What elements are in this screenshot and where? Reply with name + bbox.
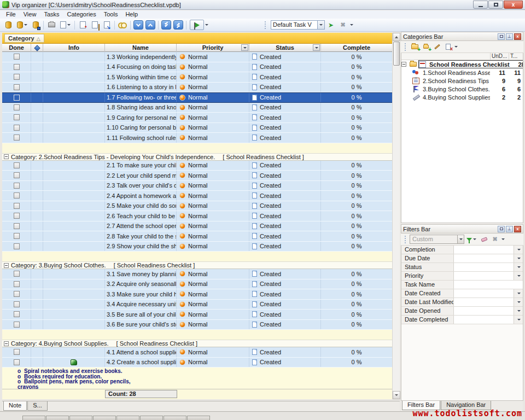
task-name[interactable]: 1.3 Working independently and (105, 52, 177, 62)
task-row[interactable]: 1.5 Working within time constraint.Norma… (2, 72, 392, 83)
filter-preset-combo[interactable]: Custom (410, 235, 464, 244)
task-checkbox[interactable] (14, 349, 20, 355)
column-header-status[interactable]: Status (249, 44, 321, 52)
column-header-priority[interactable]: Priority (177, 44, 249, 52)
duplicate-task-icon[interactable]: ↘ (101, 20, 113, 31)
done-cell[interactable] (2, 358, 31, 368)
toolbar-overflow-icon[interactable] (350, 24, 353, 26)
task-name[interactable]: 2.5 Make your child do some tasks (105, 201, 177, 211)
priority-filter-dropdown-icon[interactable] (241, 44, 248, 51)
task-name[interactable]: 1.11 Following school rules, (105, 133, 177, 143)
print-icon[interactable] (45, 20, 57, 31)
tree-collapse-icon[interactable] (401, 62, 406, 67)
task-name[interactable]: 1.6 Listening to a story in large and (105, 83, 177, 92)
done-cell[interactable] (2, 201, 31, 211)
task-checkbox[interactable] (14, 203, 20, 209)
task-name[interactable]: 2.3 Talk over your child's day. By (105, 181, 177, 191)
task-checkbox[interactable] (14, 359, 20, 365)
filter-dropdown-icon[interactable] (514, 307, 523, 315)
task-name[interactable]: 2.7 Attend the school open day (105, 221, 177, 231)
task-name[interactable]: 3.1 Save money by planning your (105, 269, 177, 279)
menu-view[interactable]: View (20, 10, 40, 19)
task-name[interactable]: 2.8 Take your child to the school (105, 231, 177, 241)
done-cell[interactable] (2, 242, 31, 252)
move-down-icon[interactable] (132, 20, 144, 31)
filter-dropdown-icon[interactable] (514, 316, 523, 324)
task-view-combo[interactable]: Default Task V (271, 20, 325, 30)
task-row[interactable]: 1.3 Working independently andNormalCreat… (2, 52, 392, 62)
task-checkbox[interactable] (14, 311, 20, 317)
task-checkbox[interactable] (14, 183, 20, 189)
new-database-icon[interactable] (2, 20, 14, 31)
task-checkbox[interactable] (14, 233, 20, 239)
task-checkbox[interactable] (14, 135, 20, 141)
done-cell[interactable] (2, 93, 31, 102)
filters-float-icon[interactable] (498, 226, 505, 232)
done-cell[interactable] (2, 347, 31, 357)
filter-value-input[interactable] (454, 289, 514, 298)
task-name[interactable]: 1.9 Caring for personal needs. (105, 113, 177, 122)
task-name[interactable]: 1.5 Working within time constraint. (105, 72, 177, 82)
move-bottom-icon[interactable] (160, 20, 172, 31)
task-checkbox[interactable] (14, 74, 20, 80)
delete-category-icon[interactable]: x (442, 42, 453, 52)
task-checkbox[interactable] (14, 243, 20, 249)
task-checkbox[interactable] (14, 104, 20, 110)
filter-value-input[interactable] (454, 298, 514, 306)
category-tree-item[interactable]: 1.School Readiness Assessme1111 (401, 68, 523, 77)
priority-diamond-icon[interactable] (31, 44, 43, 52)
categories-float-icon[interactable] (498, 33, 505, 40)
task-row[interactable]: 2.2 Let your child spend more timeNormal… (2, 171, 392, 181)
open-database-icon[interactable] (14, 20, 30, 31)
task-row[interactable]: 1.6 Listening to a story in large andNor… (2, 83, 392, 93)
task-checkbox[interactable] (14, 54, 20, 60)
task-name[interactable]: 2.2 Let your child spend more time (105, 171, 177, 180)
filter-value-input[interactable] (454, 272, 514, 280)
filter-value-input[interactable] (454, 254, 514, 262)
done-cell[interactable] (2, 72, 31, 82)
filter-dropdown-icon[interactable] (514, 246, 523, 254)
task-row[interactable]: 2.7 Attend the school open dayNormalCrea… (2, 221, 392, 232)
task-row[interactable]: 3.5 Be sure all of your child's newNorma… (2, 310, 392, 320)
done-cell[interactable] (2, 52, 31, 62)
task-checkbox[interactable] (14, 192, 20, 199)
task-checkbox[interactable] (14, 322, 20, 328)
clear-filter-icon[interactable]: ✖ (489, 235, 500, 244)
green-flag-icon[interactable] (188, 20, 210, 31)
task-checkbox[interactable] (14, 84, 20, 90)
scroll-down-icon[interactable] (393, 391, 400, 399)
view-glasses-icon[interactable] (116, 20, 129, 31)
apply-filter-icon[interactable] (464, 235, 479, 244)
column-header-complete[interactable]: Complete (321, 44, 392, 52)
filter-value-input[interactable] (454, 263, 514, 271)
task-name[interactable]: 2.4 Appoint a homework area in (105, 191, 177, 201)
categories-close-icon[interactable]: x (514, 33, 521, 40)
task-row[interactable]: 3.4 Acquire necessary uniforms orNormalC… (2, 300, 392, 310)
move-top-icon[interactable] (172, 20, 184, 31)
collapse-icon[interactable] (4, 263, 9, 268)
done-cell[interactable] (2, 221, 31, 231)
clear-icon[interactable]: ✖ (337, 20, 349, 31)
category-group-header[interactable]: Category: 4.Buying School Supplies.[ Sch… (2, 340, 392, 347)
task-name[interactable]: 3.4 Acquire necessary uniforms or (105, 300, 177, 310)
task-checkbox[interactable] (14, 301, 20, 307)
save-database-icon[interactable] (30, 20, 42, 31)
column-header-done[interactable]: Done (2, 44, 31, 52)
new-task-icon[interactable]: * (77, 20, 89, 31)
task-row[interactable]: 2.5 Make your child do some tasksNormalC… (2, 201, 392, 212)
print-preview-icon[interactable] (57, 20, 73, 31)
menu-help[interactable]: Help (121, 10, 142, 19)
column-header-name[interactable]: Name (105, 44, 177, 52)
new-subcategory-icon[interactable]: + (421, 42, 431, 52)
close-button[interactable]: x (504, 1, 523, 9)
task-checkbox[interactable] (14, 162, 20, 168)
task-name[interactable]: 1.8 Sharing ideas and knowledge (105, 103, 177, 113)
filter-preset-dropdown-icon[interactable] (458, 235, 464, 244)
filter-dropdown-icon[interactable] (514, 289, 523, 298)
tab-s[interactable]: S... (27, 401, 48, 411)
task-row[interactable]: 1.10 Caring for personal belongings.Norm… (2, 123, 392, 133)
task-name[interactable]: 3.5 Be sure all of your child's new (105, 310, 177, 319)
done-cell[interactable] (2, 191, 31, 201)
task-checkbox[interactable] (14, 291, 20, 297)
categories-toolbar-overflow-icon[interactable] (454, 46, 458, 48)
